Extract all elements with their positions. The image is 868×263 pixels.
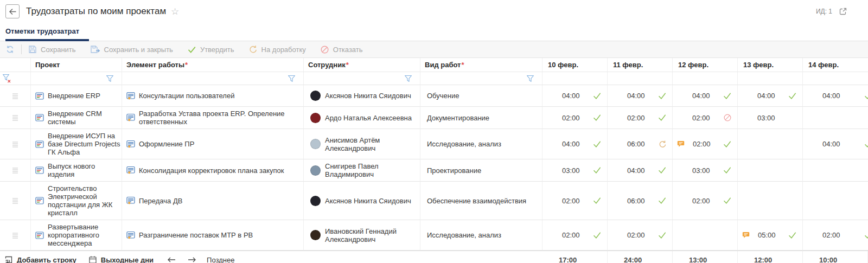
day-hours-cell[interactable]: 04:00	[673, 85, 738, 107]
day-hours-cell[interactable]	[803, 182, 868, 220]
save-button[interactable]: Сохранить	[28, 45, 76, 54]
employee-cell[interactable]: Анисимов Артём Александрович	[304, 129, 420, 159]
approve-button[interactable]: Утвердить	[187, 46, 234, 54]
day-hours-cell[interactable]	[738, 159, 803, 182]
day-hours-cell[interactable]: 03:00	[542, 159, 608, 182]
work-element-name: Консультации пользователей	[139, 92, 234, 100]
day-hours-cell[interactable]: 03:00	[673, 159, 738, 182]
day-hours-cell[interactable]: 02:00	[673, 129, 738, 159]
day-hours-cell[interactable]: 02:00	[673, 107, 738, 129]
work-element-cell[interactable]: Консолидация корректировок плана закупок	[122, 159, 304, 182]
row-drag-handle[interactable]	[0, 85, 31, 107]
worktype-name: Документирование	[427, 114, 489, 122]
hours-value: 02:00	[627, 231, 645, 239]
filter-funnel-icon[interactable]	[106, 75, 114, 82]
project-cell[interactable]: Строительство Электрической подстанции д…	[31, 182, 122, 220]
day-column-header: 13 февр.	[738, 58, 803, 72]
day-hours-cell[interactable]: 04:00	[803, 129, 868, 159]
filter-funnel-icon[interactable]	[526, 75, 534, 82]
rework-button[interactable]: На доработку	[248, 45, 306, 54]
work-element-cell[interactable]: Оформление ПР	[122, 129, 304, 159]
project-cell[interactable]: Развертывание корпоративного мессенджера	[31, 220, 122, 251]
day-column-header: 14 февр.	[803, 58, 868, 72]
day-hours-cell[interactable]	[738, 182, 803, 220]
day-hours-cell[interactable]: 06:00	[608, 129, 673, 159]
row-drag-handle[interactable]	[0, 129, 31, 159]
save-close-icon	[90, 45, 100, 54]
worktype-cell[interactable]: Документирование	[420, 107, 542, 129]
worktype-cell[interactable]: Обучение	[420, 85, 542, 107]
clear-filter-icon[interactable]	[2, 74, 11, 83]
day-hours-cell[interactable]: 04:00	[542, 129, 608, 159]
day-column-header: 10 февр.	[542, 58, 608, 72]
day-hours-cell[interactable]: 03:00	[738, 107, 803, 129]
employee-cell[interactable]: Ивановский Геннадий Александрович	[304, 220, 420, 251]
save-and-close-button[interactable]: Сохранить и закрыть	[90, 45, 173, 54]
later-button[interactable]: Позднее	[207, 256, 234, 263]
filter-cell-project	[31, 72, 122, 85]
work-element-cell[interactable]: Консультации пользователей	[122, 85, 304, 107]
column-header-project[interactable]: Проект	[31, 58, 122, 72]
table-row: Внедрение ИСУП на базе Directum Projects…	[0, 129, 868, 159]
day-hours-cell[interactable]: 04:00	[738, 85, 803, 107]
day-hours-cell[interactable]: 02:00	[542, 182, 608, 220]
day-hours-cell[interactable]: 02:00	[608, 107, 673, 129]
row-drag-handle[interactable]	[0, 220, 31, 251]
project-cell[interactable]: Выпуск нового изделия	[31, 159, 122, 182]
work-element-cell[interactable]: Разграничение поставок МТР в РВ	[122, 220, 304, 251]
day-hours-cell[interactable]: 02:00	[673, 182, 738, 220]
approve-check-icon	[187, 46, 196, 54]
row-drag-handle[interactable]	[0, 182, 31, 220]
employee-cell[interactable]: Аксянов Никита Сяидович	[304, 85, 420, 107]
weekends-button[interactable]: Выходные дни	[88, 255, 154, 263]
filter-funnel-icon[interactable]	[288, 75, 296, 82]
row-drag-handle[interactable]	[0, 107, 31, 129]
day-hours-cell[interactable]	[738, 129, 803, 159]
back-button[interactable]	[5, 4, 20, 18]
hours-value: 03:00	[757, 114, 775, 122]
refresh-button[interactable]	[5, 45, 15, 54]
day-hours-cell[interactable]: 02:00	[608, 220, 673, 251]
worktype-cell[interactable]: Исследование, анализ	[420, 129, 542, 159]
day-hours-cell[interactable]	[803, 107, 868, 129]
day-hours-cell[interactable]: 04:00	[608, 159, 673, 182]
add-row-button[interactable]: Добавить строку	[4, 255, 76, 263]
day-hours-cell[interactable]: 05:00	[738, 220, 803, 251]
work-element-cell[interactable]: Передача ДВ	[122, 182, 304, 220]
employee-cell[interactable]: Снигирев Павел Владимирович	[304, 159, 420, 182]
day-total: 17:00	[542, 251, 608, 263]
later-arrow-button[interactable]	[186, 256, 198, 263]
row-drag-handle[interactable]	[0, 159, 31, 182]
worktype-cell[interactable]: Обеспечение взаимодействия	[420, 182, 542, 220]
day-hours-cell[interactable]: 06:00	[608, 182, 673, 220]
project-cell[interactable]: Внедрение ИСУП на базе Directum Projects…	[31, 129, 122, 159]
worktype-cell[interactable]: Проектирование	[420, 159, 542, 182]
filter-funnel-icon[interactable]	[404, 75, 412, 82]
approved-status-icon	[592, 197, 602, 204]
employee-cell[interactable]: Аксянов Никита Сяидович	[304, 182, 420, 220]
work-element-cell[interactable]: Разработка Устава проекта ERP. Опреление…	[122, 107, 304, 129]
earlier-arrow-button[interactable]	[165, 256, 177, 263]
required-marker: *	[185, 61, 188, 69]
tab-timesheet-marks[interactable]: Отметки трудозатрат	[5, 24, 89, 41]
day-hours-cell[interactable]	[673, 220, 738, 251]
project-cell[interactable]: Внедрение ERP	[31, 85, 122, 107]
open-in-new-window-button[interactable]	[839, 7, 847, 16]
day-hours-cell[interactable]: 02:00	[542, 220, 608, 251]
day-hours-cell[interactable]: 04:00	[542, 85, 608, 107]
worktype-cell[interactable]: Исследование, анализ	[420, 220, 542, 251]
column-header-element[interactable]: Элемент работы*	[122, 58, 304, 72]
day-hours-cell[interactable]: 02:00	[542, 107, 608, 129]
favorite-star-icon[interactable]: ☆	[171, 6, 179, 17]
employee-cell[interactable]: Ардо Наталья Алексеевна	[304, 107, 420, 129]
day-hours-cell[interactable]: 04:00	[803, 85, 868, 107]
clear-filters-cell	[0, 72, 31, 85]
project-cell[interactable]: Внедрение CRM системы	[31, 107, 122, 129]
column-header-worktype[interactable]: Вид работ*	[420, 58, 542, 72]
day-hours-cell[interactable]: 04:00	[608, 85, 673, 107]
reject-button[interactable]: Отказать	[320, 45, 363, 54]
day-hours-cell[interactable]	[803, 159, 868, 182]
column-header-employee[interactable]: Сотрудник*	[304, 58, 420, 72]
day-hours-cell[interactable]: 02:00	[803, 220, 868, 251]
drag-handle-icon	[11, 114, 19, 121]
